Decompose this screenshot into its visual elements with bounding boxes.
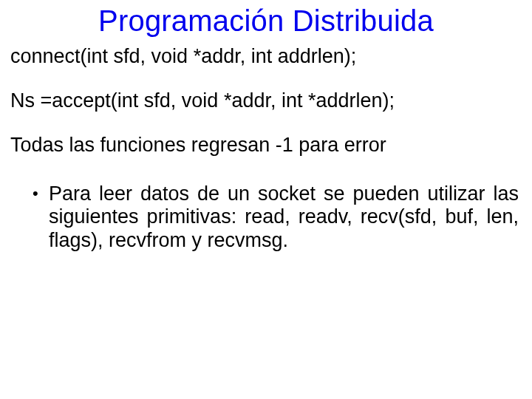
- bullet-item: • Para leer datos de un socket se pueden…: [33, 183, 522, 253]
- bullet-list: • Para leer datos de un socket se pueden…: [10, 183, 522, 253]
- slide-body: connect(int sfd, void *addr, int addrlen…: [0, 45, 532, 253]
- bullet-text: Para leer datos de un socket se pueden u…: [49, 183, 522, 253]
- code-line-connect: connect(int sfd, void *addr, int addrlen…: [10, 45, 522, 69]
- slide: Programación Distribuida connect(int sfd…: [0, 0, 532, 399]
- bullet-marker-icon: •: [33, 183, 49, 205]
- code-line-accept: Ns =accept(int sfd, void *addr, int *add…: [10, 89, 522, 113]
- error-note: Todas las funciones regresan -1 para err…: [10, 134, 522, 157]
- slide-title: Programación Distribuida: [0, 0, 532, 38]
